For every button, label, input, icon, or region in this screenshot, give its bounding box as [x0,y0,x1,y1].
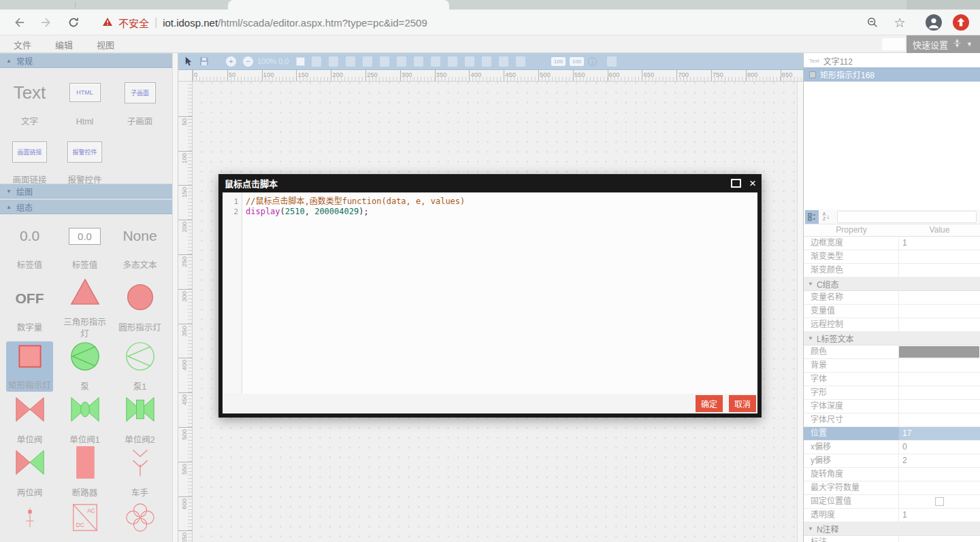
property-row-20[interactable]: 透明度1 [804,509,980,522]
property-row-16[interactable]: y偏移2 [804,454,980,468]
grid-toggle-icon[interactable] [296,53,305,69]
property-row-2[interactable]: 渐变颜色 [804,264,980,277]
chevron-down-icon[interactable]: ▼ [966,41,973,48]
profile-avatar-icon[interactable] [926,14,942,31]
info-icon[interactable]: i [588,53,597,69]
palette-item-15[interactable]: 刀闸 [2,499,57,542]
ok-button[interactable]: 确定 [696,395,723,412]
cancel-button[interactable]: 取消 [729,395,756,412]
width-badge[interactable]: 100 [551,53,566,69]
palette-item-7[interactable]: 泵 [57,340,112,393]
property-group-7[interactable]: ▼L标签文本 [804,332,980,345]
palette-item-17[interactable]: PT [112,499,167,542]
property-row-5[interactable]: 变量值 [804,305,980,318]
extension-upload-icon[interactable] [953,14,969,31]
palette-item-13[interactable]: 断路器 [57,446,112,499]
palette-item-16[interactable]: ACDC逆变器 [57,499,112,542]
canvas-scrollbar[interactable] [797,82,803,542]
property-row-12[interactable]: 字体深度 [804,400,980,413]
palette-item-11[interactable]: 单位阀2 [112,393,167,446]
property-value[interactable]: 0 [899,441,980,454]
collapse-panels-icon[interactable] [953,38,962,50]
property-value[interactable] [899,468,980,481]
menu-item-1[interactable]: 编辑 [55,38,73,51]
property-value[interactable] [899,481,980,494]
close-icon[interactable]: × [749,177,756,189]
palette-item-4[interactable]: 三角形指示灯 [57,275,112,340]
property-row-17[interactable]: 旋转角度 [804,468,980,481]
property-value[interactable] [899,536,980,542]
reload-icon[interactable] [65,14,82,31]
property-row-1[interactable]: 渐变类型 [804,250,980,264]
palette-item-10[interactable]: 单位阀1 [57,393,112,446]
property-row-10[interactable]: 字体 [804,373,980,386]
property-value[interactable]: 2 [899,454,980,467]
palette-item-2[interactable]: None多态文本 [112,215,167,275]
property-row-14[interactable]: 位置17 [804,427,980,441]
palette-item-2[interactable]: 子画面子画面 [112,68,167,135]
property-group-21[interactable]: ▼N注释 [804,522,980,536]
property-value[interactable] [899,386,980,399]
code-editor[interactable]: 12 //鼠标点击脚本,函数类型function(data, e, values… [223,192,757,394]
quick-settings-box[interactable] [882,38,905,50]
palette-item-0[interactable]: Text文字 [2,68,57,135]
zoom-out-icon[interactable]: − [243,53,253,69]
property-value[interactable] [899,318,980,331]
property-group-3[interactable]: ▼C组态 [804,277,980,291]
property-row-11[interactable]: 字形 [804,386,980,400]
property-value[interactable] [899,264,980,277]
property-row-0[interactable]: 边框宽度1 [804,237,980,250]
sort-alphabetical-icon[interactable]: AZ↓ [819,210,834,224]
property-value[interactable]: 1 [899,237,980,250]
checkbox[interactable] [935,497,944,506]
property-value[interactable] [899,400,980,413]
property-value[interactable]: 17 [899,427,980,440]
palette-item-6[interactable]: 矩形指示灯 [6,341,53,392]
forward-icon[interactable] [38,14,54,31]
height-badge[interactable]: 100 [570,53,584,69]
security-warning-label[interactable]: 不安全 [118,16,149,30]
back-icon[interactable] [11,14,27,31]
menu-item-0[interactable]: 文件 [14,38,31,51]
section-header-draw[interactable]: ▼ 绘图 [0,184,178,199]
property-row-15[interactable]: x偏移0 [804,441,980,454]
property-row-8[interactable]: 颜色 [804,345,980,359]
property-row-4[interactable]: 变量名称 [804,291,980,305]
color-swatch[interactable] [899,346,979,358]
property-row-9[interactable]: 背景 [804,359,980,373]
dialog-title-bar[interactable]: 鼠标点击脚本 × [223,174,757,192]
palette-item-0[interactable]: 0.0标签值 [2,215,57,275]
property-row-13[interactable]: 字体尺寸 [804,413,980,427]
palette-item-12[interactable]: 两位阀 [2,446,57,499]
property-row-22[interactable]: 标注 [804,536,980,542]
bookmark-star-icon[interactable]: ☆ [892,14,908,31]
property-filter-box[interactable] [837,211,977,223]
palette-item-1[interactable]: HTMLHtml [57,68,112,135]
property-value[interactable] [899,373,980,386]
zoom-out-page-icon[interactable] [864,14,881,31]
palette-item-1[interactable]: 0.0标签值 [57,215,112,275]
save-icon[interactable] [199,53,210,69]
address-bar[interactable]: 不安全 | iot.idosp.net/html/scada/editor.as… [102,10,427,35]
categorized-view-icon[interactable] [805,210,819,224]
property-value[interactable] [899,305,980,318]
section-header-general[interactable]: ▲ 常规 [0,53,178,68]
layer-row-1[interactable]: 矩形指示灯168 [804,67,980,82]
palette-item-14[interactable]: 车手 [112,446,167,499]
zoom-in-icon[interactable]: + [226,53,236,69]
property-value[interactable] [899,359,980,372]
palette-item-3[interactable]: 画面链接画面链接 [2,135,57,186]
palette-item-5[interactable]: 圆形指示灯 [112,275,167,340]
property-value[interactable]: 1 [899,509,980,522]
code-text-area[interactable]: //鼠标点击脚本,函数类型function(data, e, values)di… [242,192,757,394]
palette-item-8[interactable]: 泵1 [112,340,167,393]
property-value[interactable] [899,291,980,304]
palette-item-4[interactable]: 报警控件报警控件 [57,135,112,186]
property-value[interactable] [899,495,980,508]
property-row-6[interactable]: 远程控制 [804,318,980,332]
maximize-icon[interactable] [731,179,741,188]
property-row-19[interactable]: 固定位置值 [804,495,980,509]
property-value[interactable] [899,345,980,358]
property-value[interactable] [899,413,980,426]
palette-item-3[interactable]: OFF数字量 [2,275,57,340]
